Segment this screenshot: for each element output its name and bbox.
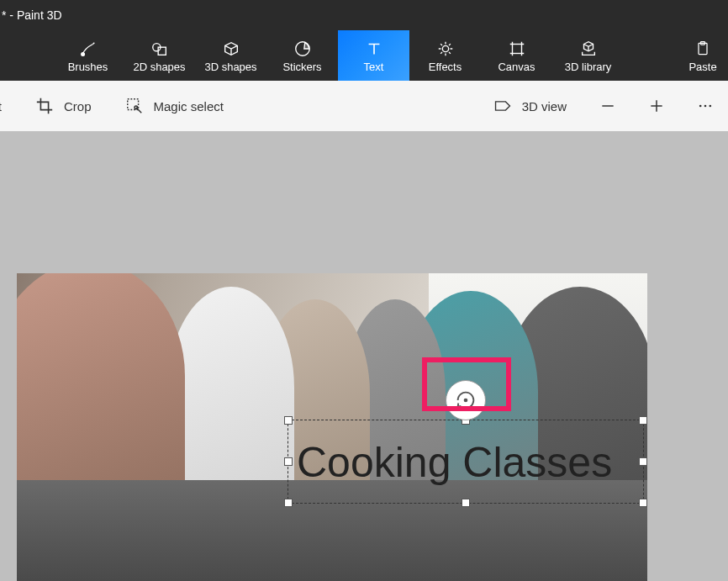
rotate-icon xyxy=(454,388,477,412)
stickers-tool[interactable]: Stickers xyxy=(266,30,338,81)
svg-point-13 xyxy=(465,399,467,402)
2d-shapes-tool[interactable]: 2D shapes xyxy=(124,30,195,81)
3d-view-button[interactable]: 3D view xyxy=(487,92,573,120)
resize-handle-bottom-middle[interactable] xyxy=(462,499,470,507)
select-button[interactable]: ect xyxy=(0,94,8,119)
effects-label: Effects xyxy=(429,61,462,72)
3d-shapes-icon xyxy=(222,40,240,58)
more-button[interactable] xyxy=(691,92,720,120)
magic-select-button[interactable]: Magic select xyxy=(119,92,230,120)
resize-handle-top-left[interactable] xyxy=(284,416,293,425)
svg-rect-5 xyxy=(512,44,521,53)
stickers-icon xyxy=(293,40,312,58)
crop-label: Crop xyxy=(64,99,92,114)
2d-shapes-label: 2D shapes xyxy=(133,61,185,72)
effects-icon xyxy=(436,40,455,58)
text-content[interactable]: Cooking Classes xyxy=(288,420,643,504)
zoom-in-button[interactable] xyxy=(642,92,671,120)
svg-point-0 xyxy=(81,52,84,55)
plus-icon xyxy=(648,98,665,114)
effects-tool[interactable]: Effects xyxy=(409,30,481,81)
2d-shapes-icon xyxy=(150,40,169,58)
zoom-out-button[interactable] xyxy=(593,92,622,120)
brush-icon xyxy=(79,40,98,58)
svg-point-12 xyxy=(710,105,712,108)
rotate-handle[interactable] xyxy=(446,380,486,420)
canvas-tool[interactable]: Canvas xyxy=(481,30,552,81)
3d-view-label: 3D view xyxy=(522,99,567,114)
magic-select-icon xyxy=(125,97,144,115)
paste-icon xyxy=(694,40,711,58)
minus-icon xyxy=(599,98,616,114)
canvas-label: Canvas xyxy=(498,61,535,72)
text-tool[interactable]: Text xyxy=(338,30,409,81)
canvas-area[interactable]: Cooking Classes xyxy=(0,131,728,581)
3d-library-tool[interactable]: 3D library xyxy=(552,30,624,81)
resize-handle-middle-right[interactable] xyxy=(639,457,647,466)
window-title: * - Paint 3D xyxy=(2,8,62,22)
resize-handle-bottom-left[interactable] xyxy=(284,499,293,507)
3d-library-label: 3D library xyxy=(565,61,612,72)
paste-tool[interactable]: Paste xyxy=(678,30,728,81)
3d-shapes-tool[interactable]: 3D shapes xyxy=(195,30,266,81)
paste-label: Paste xyxy=(688,61,716,72)
resize-handle-bottom-right[interactable] xyxy=(639,499,647,507)
magic-select-label: Magic select xyxy=(154,99,224,114)
canvas-icon xyxy=(508,40,526,58)
text-icon xyxy=(365,40,383,58)
brushes-label: Brushes xyxy=(68,61,108,72)
crop-button[interactable]: Crop xyxy=(29,92,98,120)
svg-rect-2 xyxy=(158,47,166,55)
brushes-tool[interactable]: Brushes xyxy=(52,30,124,81)
text-selection-box[interactable]: Cooking Classes xyxy=(288,420,644,504)
svg-point-4 xyxy=(442,45,448,51)
text-label: Text xyxy=(364,61,384,72)
ribbon: Brushes 2D shapes 3D shapes Stickers Tex… xyxy=(0,30,728,81)
3d-view-icon xyxy=(493,97,512,115)
crop-icon xyxy=(35,97,54,115)
resize-handle-top-right[interactable] xyxy=(639,416,647,425)
sub-toolbar: ect Crop Magic select 3D view xyxy=(0,81,728,131)
3d-library-icon xyxy=(579,40,598,58)
svg-point-10 xyxy=(699,105,702,108)
svg-point-11 xyxy=(704,105,707,108)
more-icon xyxy=(697,98,714,114)
select-label: ect xyxy=(0,99,2,114)
stickers-label: Stickers xyxy=(282,61,321,72)
3d-shapes-label: 3D shapes xyxy=(204,61,256,72)
resize-handle-middle-left[interactable] xyxy=(284,457,293,466)
title-bar: * - Paint 3D xyxy=(0,0,728,30)
